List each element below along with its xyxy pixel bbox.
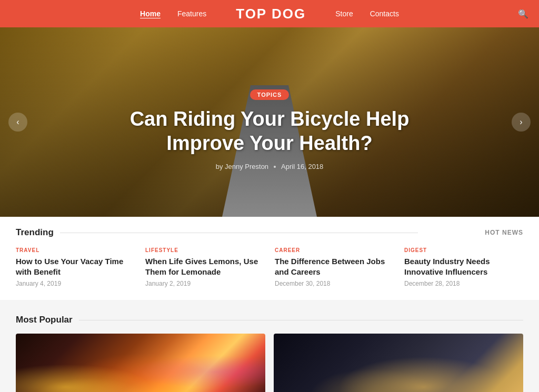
hot-news-label[interactable]: HOT NEWS [485, 229, 523, 236]
search-button[interactable]: 🔍 [518, 9, 528, 19]
trending-title: Trending [16, 227, 54, 238]
card-1-date: January 4, 2019 [16, 280, 135, 287]
hero-section: TOPICS Can Riding Your Bicycle Help Impr… [0, 27, 539, 217]
card-4-category: DIGEST [404, 247, 523, 253]
nav-store[interactable]: Store [335, 9, 353, 18]
trending-grid: TRAVEL How to Use Your Vacay Time with B… [16, 247, 523, 287]
site-header: Home Features TOP DOG Store Contacts 🔍 [0, 0, 539, 27]
city-lights-overlay [16, 334, 265, 392]
card-1-title[interactable]: How to Use Your Vacay Time with Benefit [16, 256, 135, 277]
hero-meta: by Jenny Preston April 16, 2018 [216, 163, 324, 170]
hero-date: April 16, 2018 [281, 163, 323, 170]
most-popular-header: Most Popular [16, 315, 523, 325]
chevron-left-icon: ‹ [16, 117, 19, 127]
card-3-category: CAREER [275, 247, 394, 253]
hero-author: by Jenny Preston [216, 163, 268, 170]
site-title: TOP DOG [236, 6, 306, 22]
nav-home[interactable]: Home [140, 9, 161, 18]
card-3-date: December 30, 2018 [275, 280, 394, 287]
hero-content: TOPICS Can Riding Your Bicycle Help Impr… [0, 27, 539, 217]
trending-header: Trending HOT NEWS [16, 227, 523, 238]
hero-title: Can Riding Your Bicycle Help Improve You… [91, 107, 448, 155]
card-2-title[interactable]: When Life Gives Lemons, Use Them for Lem… [145, 256, 264, 277]
hero-prev-button[interactable]: ‹ [8, 113, 27, 132]
most-popular-title: Most Popular [16, 315, 73, 325]
card-2-category: LIFESTYLE [145, 247, 264, 253]
card-4-title[interactable]: Beauty Industry Needs Innovative Influen… [404, 256, 523, 277]
card-2-date: January 2, 2019 [145, 280, 264, 287]
nav-contacts[interactable]: Contacts [370, 9, 399, 18]
main-nav: Home Features TOP DOG Store Contacts [140, 6, 399, 22]
trending-card-3: CAREER The Difference Between Jobs and C… [275, 247, 394, 287]
hero-meta-separator [274, 166, 276, 168]
search-icon: 🔍 [518, 9, 528, 18]
trending-section: Trending HOT NEWS TRAVEL How to Use Your… [0, 217, 539, 300]
most-popular-grid [16, 334, 523, 392]
popular-card-office[interactable] [274, 334, 523, 392]
office-lights-overlay [274, 334, 523, 392]
nav-features[interactable]: Features [177, 9, 206, 18]
hero-topic-badge[interactable]: TOPICS [250, 89, 290, 100]
trending-title-container: Trending [16, 227, 418, 238]
card-4-date: December 28, 2018 [404, 280, 523, 287]
card-3-title[interactable]: The Difference Between Jobs and Careers [275, 256, 394, 277]
trending-card-2: LIFESTYLE When Life Gives Lemons, Use Th… [145, 247, 264, 287]
chevron-right-icon: › [520, 117, 522, 127]
popular-card-city[interactable] [16, 334, 265, 392]
card-1-category: TRAVEL [16, 247, 135, 253]
trending-card-4: DIGEST Beauty Industry Needs Innovative … [404, 247, 523, 287]
trending-card-1: TRAVEL How to Use Your Vacay Time with B… [16, 247, 135, 287]
most-popular-section: Most Popular [0, 304, 539, 392]
hero-next-button[interactable]: › [512, 113, 531, 132]
